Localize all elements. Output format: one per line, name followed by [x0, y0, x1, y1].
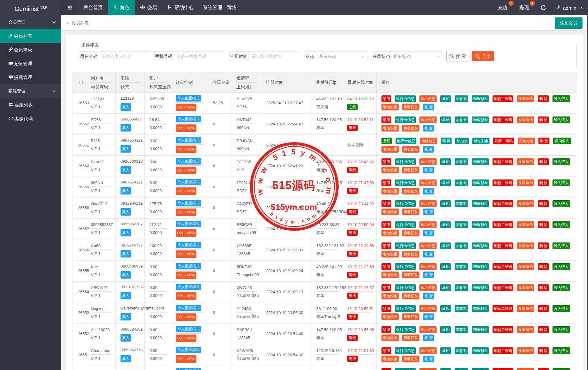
svg-text:515ym.com: 515ym.com — [271, 203, 317, 212]
svg-text:515源码: 515源码 — [272, 179, 315, 192]
